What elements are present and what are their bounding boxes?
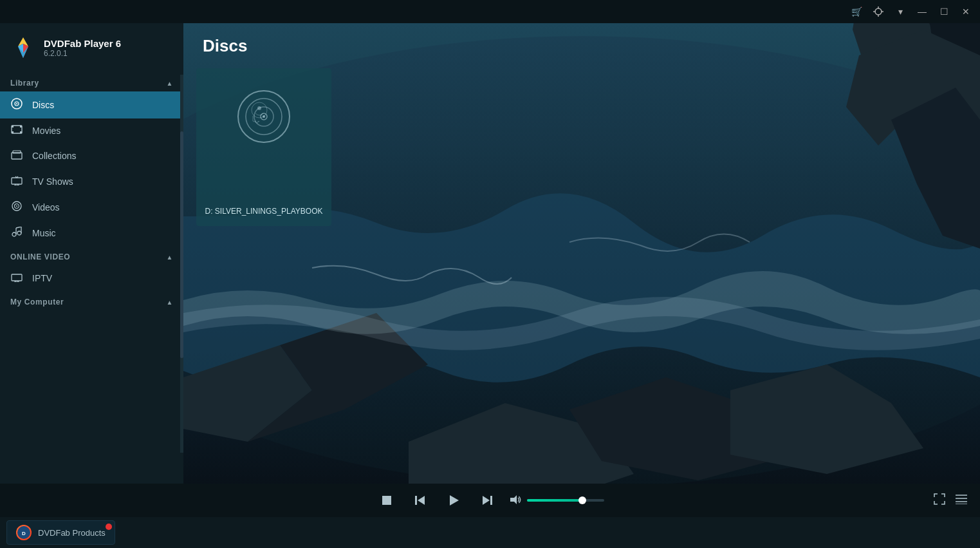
- playback-right-controls: [934, 493, 967, 507]
- app-title-group: DVDFab Player 6 6.2.0.1: [44, 38, 121, 58]
- sidebar-item-collections[interactable]: Collections: [0, 143, 183, 169]
- content-header: Discs: [183, 23, 980, 69]
- sidebar-item-videos[interactable]: Videos: [0, 194, 183, 220]
- maximize-button[interactable]: ☐: [935, 3, 953, 21]
- cart-button[interactable]: 🛒: [847, 3, 865, 21]
- online-video-chevron-icon: ▲: [167, 254, 174, 261]
- prev-button[interactable]: [410, 490, 430, 511]
- iptv-icon: [10, 272, 23, 285]
- svg-rect-61: [490, 496, 492, 505]
- online-video-section-header[interactable]: ONLINE VIDEO ▲: [0, 246, 183, 265]
- sidebar-scroll: Library ▲ Discs: [0, 72, 183, 484]
- stop-button[interactable]: [376, 490, 397, 511]
- svg-rect-58: [415, 496, 417, 505]
- discs-label: Discs: [32, 100, 54, 110]
- svg-point-56: [257, 106, 261, 110]
- svg-rect-34: [12, 274, 22, 281]
- svg-line-33: [16, 227, 21, 228]
- app-header: DVDFab Player 6 6.2.0.1: [0, 23, 183, 72]
- svg-text:D: D: [22, 531, 26, 536]
- close-button[interactable]: ✕: [957, 3, 975, 21]
- settings-button[interactable]: [869, 3, 887, 21]
- online-video-label: ONLINE VIDEO: [10, 252, 70, 261]
- volume-icon: [510, 495, 522, 506]
- library-chevron-icon: ▲: [167, 80, 174, 87]
- svg-rect-57: [382, 496, 391, 505]
- iptv-label: IPTV: [32, 273, 52, 283]
- svg-marker-59: [418, 496, 425, 505]
- volume-fill: [527, 499, 582, 502]
- music-icon: [10, 227, 23, 240]
- library-label: Library: [10, 79, 39, 88]
- dropdown-button[interactable]: ▾: [891, 3, 909, 21]
- main-layout: DVDFab Player 6 6.2.0.1 Library ▲ D: [0, 23, 980, 484]
- app-logo: [10, 35, 36, 61]
- sidebar-item-music[interactable]: Music: [0, 220, 183, 246]
- volume-knob: [578, 496, 586, 504]
- svg-rect-14: [12, 126, 14, 128]
- disc-title: D: SILVER_LININGS_PLAYBOOK: [200, 207, 328, 216]
- svg-point-30: [17, 231, 21, 235]
- disc-artwork: [235, 88, 293, 148]
- disc-card[interactable]: D: SILVER_LININGS_PLAYBOOK: [196, 68, 331, 226]
- movies-label: Movies: [32, 126, 60, 136]
- sidebar: DVDFab Player 6 6.2.0.1 Library ▲ D: [0, 23, 183, 484]
- tvshows-icon: [10, 175, 23, 188]
- my-computer-label: My Computer: [10, 298, 64, 307]
- sidebar-item-iptv[interactable]: IPTV: [0, 265, 183, 291]
- collections-label: Collections: [32, 151, 76, 161]
- my-computer-chevron-icon: ▲: [167, 299, 174, 306]
- minimize-button[interactable]: —: [913, 3, 931, 21]
- dvdfab-products-button[interactable]: D DVDFab Products: [6, 520, 115, 545]
- music-label: Music: [32, 228, 56, 238]
- svg-rect-16: [12, 131, 14, 133]
- svg-rect-20: [12, 178, 22, 184]
- tvshows-label: TV Shows: [32, 176, 73, 187]
- svg-rect-15: [20, 126, 22, 128]
- sidebar-item-tvshows[interactable]: TV Shows: [0, 169, 183, 194]
- page-title: Discs: [203, 36, 961, 56]
- volume-area: [510, 495, 604, 506]
- next-button[interactable]: [477, 490, 497, 511]
- svg-marker-62: [483, 496, 490, 505]
- play-button[interactable]: [443, 490, 464, 511]
- sidebar-item-discs[interactable]: Discs: [0, 91, 183, 118]
- svg-point-28: [16, 205, 17, 207]
- svg-marker-60: [450, 495, 459, 505]
- notification-dot: [106, 524, 112, 530]
- collections-icon: [10, 149, 23, 162]
- playlist-button[interactable]: [956, 494, 967, 507]
- svg-point-12: [16, 103, 17, 104]
- fullscreen-button[interactable]: [934, 493, 945, 507]
- playback-bar: [0, 484, 980, 517]
- app-name: DVDFab Player 6: [44, 38, 121, 49]
- svg-marker-63: [510, 495, 517, 504]
- sidebar-item-movies[interactable]: Movies: [0, 118, 183, 143]
- app-version: 6.2.0.1: [44, 49, 121, 58]
- disc-icon: [10, 98, 23, 112]
- dvdfab-logo: D: [16, 525, 32, 540]
- library-section-header[interactable]: Library ▲: [0, 72, 183, 91]
- my-computer-section-header[interactable]: My Computer ▲: [0, 291, 183, 310]
- movies-icon: [10, 125, 23, 137]
- volume-slider[interactable]: [527, 499, 604, 502]
- titlebar: 🛒 ▾ — ☐ ✕: [0, 0, 980, 23]
- svg-point-29: [12, 232, 16, 236]
- videos-icon: [10, 201, 23, 214]
- videos-label: Videos: [32, 202, 60, 213]
- svg-rect-17: [20, 131, 22, 133]
- footer-bar: D DVDFab Products: [0, 517, 980, 548]
- content-area: Discs D: SILVER_LININGS_P: [183, 23, 980, 484]
- svg-point-0: [875, 8, 882, 15]
- dvdfab-products-label: DVDFab Products: [38, 528, 106, 538]
